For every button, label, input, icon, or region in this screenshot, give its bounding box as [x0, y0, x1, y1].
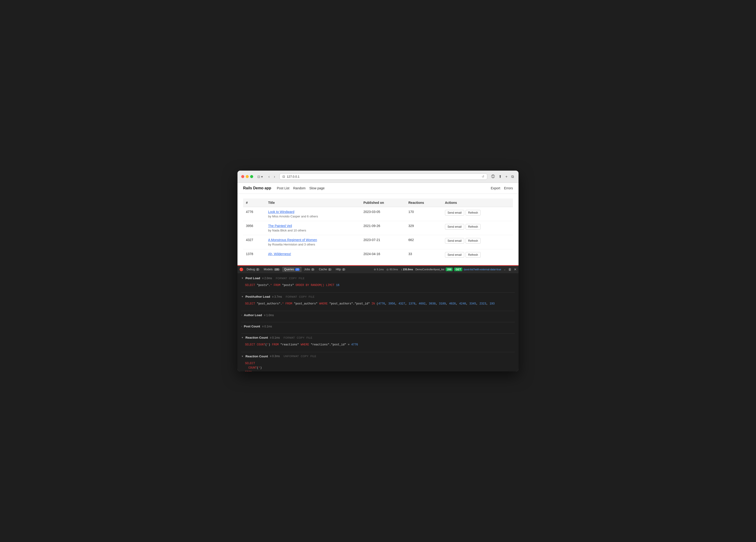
- copy-button[interactable]: COPY: [301, 355, 308, 357]
- actions-cell: Send email Refresh: [445, 210, 510, 216]
- chevron-down-icon: ▼: [241, 336, 244, 339]
- actions-cell: Send email Refresh: [445, 252, 510, 258]
- tab-jobs[interactable]: Jobs 3: [302, 267, 316, 272]
- db-stat: ⊜ 9.1ms: [374, 268, 384, 271]
- post-id: 1378: [243, 249, 265, 261]
- address-bar[interactable]: ⊡ 127.0.0.1 ↺: [279, 174, 487, 180]
- format-button[interactable]: FORMAT: [276, 277, 287, 279]
- tab-jobs-badge: 3: [311, 268, 315, 271]
- back-button[interactable]: ‹: [267, 174, 271, 179]
- nav-random[interactable]: Random: [293, 186, 306, 190]
- query-time: ≡ 3.7ms: [272, 295, 282, 298]
- tab-cache-label: Cache: [319, 268, 327, 271]
- debug-icon: 🔴: [239, 268, 243, 271]
- minimize-button[interactable]: [246, 175, 249, 178]
- query-group-postauthor-load: ▼ PostAuthor Load ≡ 3.7ms FORMAT COPY FI…: [241, 293, 515, 307]
- tab-models-badge: 186: [274, 268, 280, 271]
- post-date: 2023-07-21: [361, 235, 406, 249]
- tabs-button[interactable]: ⧉: [510, 174, 515, 179]
- copy-button[interactable]: COPY: [297, 336, 304, 339]
- tab-models[interactable]: Models 186: [262, 267, 282, 272]
- post-reactions: 329: [406, 221, 442, 235]
- forward-button[interactable]: ›: [272, 174, 276, 179]
- file-button[interactable]: FILE: [306, 336, 312, 339]
- clock-icon: ≡: [264, 313, 266, 317]
- tab-queries[interactable]: Queries 20: [282, 267, 302, 272]
- table-row: 1378 Ah, Wilderness! 2024-04-16 33 Send …: [243, 249, 513, 261]
- errors-link[interactable]: Errors: [504, 186, 513, 190]
- query-sql: SELECT "posts".* FROM "posts" ORDER BY R…: [241, 281, 515, 288]
- clock-icon: ≡: [272, 295, 274, 298]
- format-button[interactable]: FORMAT: [286, 295, 297, 298]
- debug-clear-button[interactable]: 🗑: [508, 268, 511, 271]
- new-tab-button[interactable]: +: [504, 174, 508, 179]
- tab-debug[interactable]: Debug 2: [245, 267, 261, 272]
- close-button[interactable]: [241, 175, 244, 178]
- post-title-cell: The Painted Veil by Nada Blick and 10 ot…: [265, 221, 361, 235]
- send-email-button[interactable]: Send email: [445, 210, 464, 216]
- post-title-link[interactable]: Ah, Wilderness!: [268, 252, 358, 256]
- query-header[interactable]: › Post Count ≡ 0.1ms: [241, 323, 515, 329]
- maximize-button[interactable]: [250, 175, 253, 178]
- query-group-post-count: › Post Count ≡ 0.1ms: [241, 323, 515, 329]
- route-path: /post-list?with-external-data=true: [464, 268, 501, 271]
- col-header-reactions: Reactions: [406, 199, 442, 207]
- query-header[interactable]: ▼ Reaction Count ≡ 0.1ms FORMAT COPY FIL…: [241, 334, 515, 341]
- post-id: 4776: [243, 207, 265, 221]
- send-email-button[interactable]: Send email: [445, 238, 464, 244]
- query-actions: UNFORMAT COPY FILE: [284, 355, 316, 357]
- refresh-button[interactable]: Refresh: [466, 224, 481, 230]
- file-button[interactable]: FILE: [299, 277, 304, 279]
- share-button[interactable]: ⬆: [498, 174, 503, 179]
- file-button[interactable]: FILE: [310, 355, 316, 357]
- debug-close-button[interactable]: ✕: [514, 268, 517, 271]
- chevron-down-icon: ▼: [241, 355, 244, 357]
- file-button[interactable]: FILE: [309, 295, 315, 298]
- query-time: ≡ 0.3ms: [270, 354, 280, 358]
- query-time: ≡ 1.0ms: [264, 313, 274, 317]
- query-sql: SELECT COUNT(*) FROM "reactions" WHERE "…: [241, 359, 515, 371]
- query-header[interactable]: ▼ Post Load ≡ 2.0ms FORMAT COPY FILE: [241, 275, 515, 281]
- copy-button[interactable]: COPY: [289, 277, 297, 279]
- post-reactions: 170: [406, 207, 442, 221]
- send-email-button[interactable]: Send email: [445, 252, 464, 258]
- post-title-link[interactable]: A Monstrous Regiment of Women: [268, 238, 358, 242]
- col-header-id: #: [243, 199, 265, 207]
- tab-cache-badge: 1: [328, 268, 332, 271]
- query-header[interactable]: › Author Load ≡ 1.0ms: [241, 312, 515, 318]
- export-link[interactable]: Export: [491, 186, 500, 190]
- refresh-button[interactable]: Refresh: [466, 252, 481, 258]
- post-title-link[interactable]: The Painted Veil: [268, 224, 358, 228]
- chevron-icon: ⌄: [504, 268, 506, 271]
- posts-table: # Title Published on Reactions Actions 4…: [243, 199, 513, 261]
- send-email-button[interactable]: Send email: [445, 224, 464, 230]
- reload-icon[interactable]: ↺: [482, 175, 484, 178]
- table-row: 4776 Look to Windward by Miss Arnoldo Ca…: [243, 207, 513, 221]
- query-name: Post Load: [245, 276, 260, 280]
- table-row: 4327 A Monstrous Regiment of Women by Ro…: [243, 235, 513, 249]
- clock-icon: ≡: [262, 325, 264, 328]
- format-button[interactable]: FORMAT: [284, 336, 295, 339]
- extensions-button[interactable]: ⓵: [490, 174, 496, 179]
- query-header[interactable]: ▼ Reaction Count ≡ 0.3ms UNFORMAT COPY F…: [241, 353, 515, 359]
- post-title-cell: A Monstrous Regiment of Women by Rosetta…: [265, 235, 361, 249]
- chevron-right-icon: ›: [241, 314, 242, 316]
- copy-button[interactable]: COPY: [299, 295, 307, 298]
- nav-slow-page[interactable]: Slow page: [309, 186, 325, 190]
- refresh-button[interactable]: Refresh: [466, 210, 481, 216]
- query-header[interactable]: ▼ PostAuthor Load ≡ 3.7ms FORMAT COPY FI…: [241, 293, 515, 300]
- nav-post-list[interactable]: Post List: [277, 186, 289, 190]
- unformat-button[interactable]: UNFORMAT: [284, 355, 299, 357]
- post-title-link[interactable]: Look to Windward: [268, 210, 358, 214]
- sidebar-toggle-button[interactable]: ⊡ ▾: [256, 174, 264, 179]
- browser-chrome: ⊡ ▾ ‹ › ⊡ 127.0.0.1 ↺ ⓵ ⬆ + ⧉: [237, 171, 519, 183]
- clock-icon: ≡: [270, 336, 271, 339]
- tab-http[interactable]: Http 2: [334, 267, 348, 272]
- app-title: Rails Demo app: [243, 186, 271, 190]
- query-actions: FORMAT COPY FILE: [284, 336, 312, 339]
- page-icon: ⊡: [282, 175, 285, 178]
- tab-cache[interactable]: Cache 1: [317, 267, 333, 272]
- debug-bar: 🔴 Debug 2 Models 186 Queries 20 Jobs 3 C…: [237, 265, 519, 371]
- tab-http-label: Http: [336, 268, 341, 271]
- refresh-button[interactable]: Refresh: [466, 238, 481, 244]
